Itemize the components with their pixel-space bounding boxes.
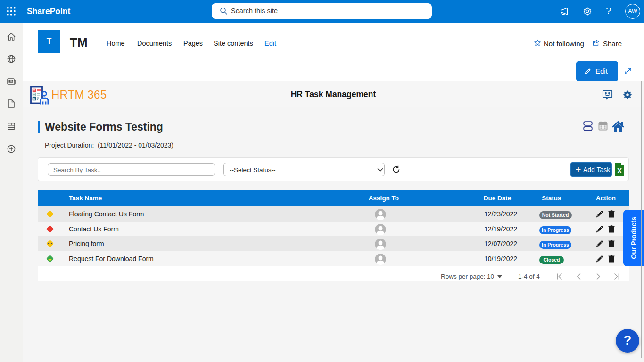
- svg-text:X: X: [617, 166, 622, 174]
